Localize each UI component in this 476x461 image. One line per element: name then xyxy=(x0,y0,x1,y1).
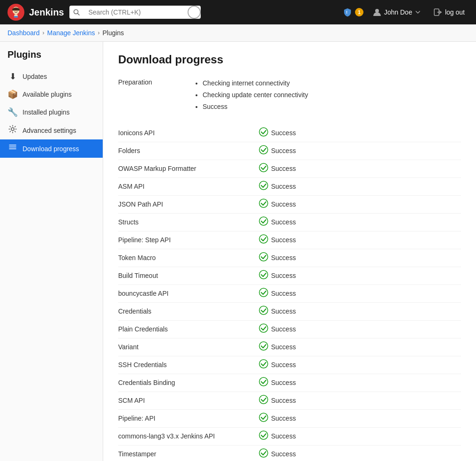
header: Jenkins ? ! 1 John Doe xyxy=(0,0,476,24)
success-icon xyxy=(259,341,268,353)
success-icon xyxy=(259,252,268,264)
svg-point-35 xyxy=(259,449,268,457)
plugin-name: Token Macro xyxy=(118,254,259,261)
breadcrumb: Dashboard › Manage Jenkins › Plugins xyxy=(0,24,476,42)
plugin-status: Success xyxy=(259,127,296,139)
plugin-name: Plain Credentials xyxy=(118,325,259,333)
sidebar-title: Plugins xyxy=(0,49,103,68)
plugin-row: Token Macro Success xyxy=(118,249,461,267)
plugin-name: Credentials xyxy=(118,307,259,315)
plugin-status: Success xyxy=(259,377,296,389)
plugin-status-text: Success xyxy=(271,272,296,279)
plugin-row: OWASP Markup Formatter Success xyxy=(118,160,461,178)
plugin-status-text: Success xyxy=(271,129,296,137)
plugin-row: ASM API Success xyxy=(118,178,461,196)
plugin-status-text: Success xyxy=(271,361,296,369)
svg-point-31 xyxy=(259,377,268,386)
breadcrumb-manage-jenkins[interactable]: Manage Jenkins xyxy=(47,29,95,37)
download-progress-icon xyxy=(8,143,18,154)
plugin-status-text: Success xyxy=(271,236,296,244)
svg-point-27 xyxy=(259,306,268,315)
user-menu[interactable]: John Doe xyxy=(369,6,424,18)
logout-icon xyxy=(434,8,442,16)
plugin-row: Build Timeout Success xyxy=(118,267,461,285)
plugin-status-text: Success xyxy=(271,200,296,208)
svg-point-30 xyxy=(259,360,268,368)
preparation-section: Preparation Checking internet connectivi… xyxy=(118,77,461,113)
breadcrumb-sep-2: › xyxy=(98,30,99,36)
user-icon xyxy=(373,8,381,16)
plugin-status: Success xyxy=(259,323,296,335)
plugin-name: Credentials Binding xyxy=(118,379,259,386)
success-icon xyxy=(259,448,268,460)
plugin-status-text: Success xyxy=(271,147,296,154)
plugin-row: Folders Success xyxy=(118,142,461,160)
svg-point-26 xyxy=(259,288,268,297)
svg-point-19 xyxy=(259,163,268,172)
logo-link[interactable]: Jenkins xyxy=(8,4,64,21)
breadcrumb-current: Plugins xyxy=(102,29,124,37)
success-icon xyxy=(259,234,268,246)
success-icon xyxy=(259,163,268,175)
sidebar-item-available-plugins[interactable]: 📦 Available plugins xyxy=(0,85,103,103)
svg-point-25 xyxy=(259,270,268,279)
sidebar-item-updates-label: Updates xyxy=(23,73,47,80)
success-icon xyxy=(259,181,268,192)
sidebar-item-advanced-settings[interactable]: Advanced settings xyxy=(0,121,103,139)
sidebar-item-download-progress-label: Download progress xyxy=(23,145,79,153)
plugin-row: commons-lang3 v3.x Jenkins API Success xyxy=(118,428,461,446)
installed-plugins-icon: 🔧 xyxy=(8,107,18,117)
sidebar-item-download-progress[interactable]: Download progress xyxy=(0,139,103,158)
prep-check-1: Checking internet connectivity xyxy=(203,77,308,89)
plugin-name: Ionicons API xyxy=(118,129,259,137)
plugin-row: Plain Credentials Success xyxy=(118,321,461,338)
svg-point-28 xyxy=(259,324,268,332)
svg-rect-6 xyxy=(14,16,18,18)
prep-check-3: Success xyxy=(203,101,308,113)
jenkins-logo-icon xyxy=(8,4,24,21)
success-icon xyxy=(259,306,268,317)
svg-point-13 xyxy=(11,128,14,131)
search-icon-button[interactable] xyxy=(69,6,83,18)
breadcrumb-dashboard[interactable]: Dashboard xyxy=(8,29,40,37)
plugin-status-text: Success xyxy=(271,218,296,226)
svg-point-23 xyxy=(259,235,268,243)
plugin-status: Success xyxy=(259,430,296,442)
updates-icon: ⬇ xyxy=(8,71,18,82)
plugin-status: Success xyxy=(259,216,296,228)
success-icon xyxy=(259,413,268,424)
layout: Plugins ⬇ Updates 📦 Available plugins 🔧 … xyxy=(0,42,476,461)
plugin-name: Pipeline: API xyxy=(118,415,259,422)
plugin-status-text: Success xyxy=(271,415,296,422)
plugin-status-text: Success xyxy=(271,325,296,333)
success-icon xyxy=(259,127,268,139)
search-input[interactable] xyxy=(83,6,185,19)
plugin-status-text: Success xyxy=(271,307,296,315)
sidebar-item-updates[interactable]: ⬇ Updates xyxy=(0,68,103,85)
plugin-row: SCM API Success xyxy=(118,392,461,410)
sidebar-item-advanced-settings-label: Advanced settings xyxy=(23,127,76,134)
security-indicator[interactable]: ! 1 xyxy=(343,8,363,17)
sidebar-item-installed-plugins-label: Installed plugins xyxy=(23,108,69,116)
plugin-list: Ionicons API Success Folders Success OWA… xyxy=(118,124,461,461)
svg-point-32 xyxy=(259,395,268,404)
plugin-status: Success xyxy=(259,181,296,192)
plugin-status: Success xyxy=(259,270,296,282)
search-help-button[interactable]: ? xyxy=(188,6,201,19)
plugin-name: SCM API xyxy=(118,397,259,404)
plugin-status-text: Success xyxy=(271,254,296,261)
logout-link[interactable]: log out xyxy=(430,6,468,18)
plugin-status: Success xyxy=(259,448,296,460)
svg-text:!: ! xyxy=(346,10,348,15)
app-title: Jenkins xyxy=(29,7,64,18)
plugin-name: Folders xyxy=(118,147,259,154)
svg-point-34 xyxy=(259,431,268,439)
plugin-status-text: Success xyxy=(271,165,296,172)
preparation-checks: Checking internet connectivity Checking … xyxy=(193,77,308,113)
plugin-status-text: Success xyxy=(271,343,296,351)
plugin-status-text: Success xyxy=(271,432,296,440)
sidebar-item-installed-plugins[interactable]: 🔧 Installed plugins xyxy=(0,103,103,121)
plugin-status: Success xyxy=(259,234,296,246)
plugin-status: Success xyxy=(259,341,296,353)
plugin-row: Timestamper Success xyxy=(118,446,461,461)
